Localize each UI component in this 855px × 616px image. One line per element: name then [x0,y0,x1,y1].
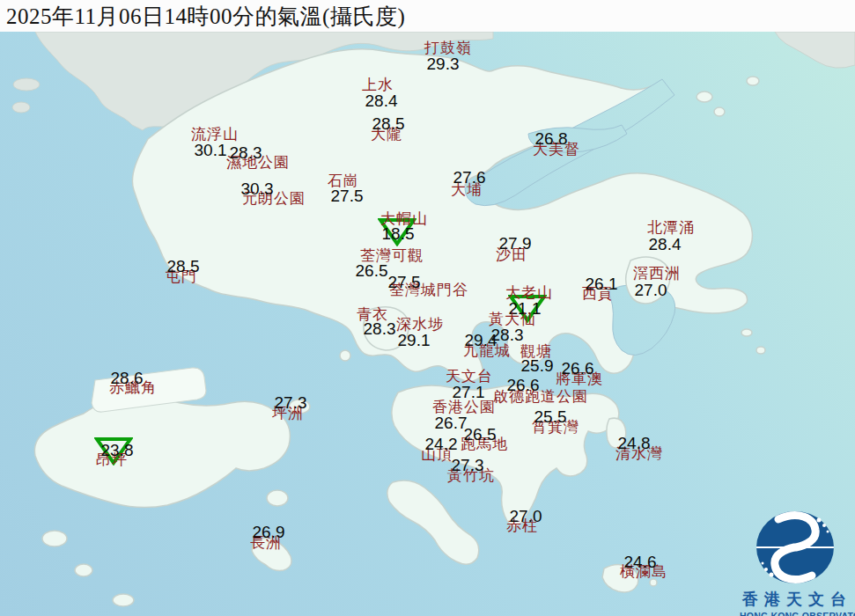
island-deep-bay-1 [13,78,40,91]
station-temperature: 25.5 [534,408,567,425]
hko-logo-icon [740,509,855,584]
station-temperature: 29.1 [398,332,431,348]
hko-logo: 香港天文台 HONG KONG OBSERVATORY [740,509,855,616]
station-temperature: 26.6 [562,360,594,377]
station-temperature: 30.3 [241,180,274,197]
island-mirs-bay-2 [714,107,725,116]
station-temperature: 29.3 [427,55,460,72]
station-temperature: 27.5 [388,274,421,290]
station-temperature: 29.4 [465,332,498,348]
station-temperature: 27.0 [510,508,542,524]
station-temperature: 26.6 [507,377,540,393]
island-soko-2 [75,564,92,576]
station-temperature: 18.5 [382,225,415,242]
island-soko-3 [113,594,134,606]
station-temperature: 28.4 [365,92,398,109]
island-deep-bay-2 [12,102,30,113]
station-temperature: 24.6 [624,554,657,570]
station-temperature: 27.0 [635,282,667,298]
station-temperature: 26.8 [535,130,568,147]
station-temperature: 25.9 [521,357,554,374]
station-temperature: 28.3 [364,320,396,337]
island-mirs-bay-1 [697,92,712,102]
station-temperature: 26.5 [464,426,497,443]
island-hei-ling-chau [267,490,288,506]
station-temperature: 26.7 [435,414,468,431]
map-title: 2025年11月06日14時00分的氣溫(攝氏度) [6,4,405,28]
island-mirs-bay-3 [747,77,759,85]
station-temperature: 27.6 [453,169,486,186]
station-temperature: 30.1 [195,142,227,158]
station-temperature: 26.9 [253,524,285,540]
island-ma-wan [340,350,350,361]
station-temperature: 24.8 [618,435,651,451]
station-temperature: 27.3 [275,394,307,411]
station-temperature: 27.3 [452,457,484,473]
station-temperature: 27.9 [499,235,532,252]
island-soko-1 [42,531,67,546]
station-temperature: 28.5 [372,115,405,132]
island-ninepin-2 [756,347,765,354]
hko-logo-chinese: 香港天文台 [740,589,855,610]
hko-regional-temperature-map: 2025年11月06日14時00分的氣溫(攝氏度) 打鼓嶺29.3上水28.4大… [0,0,855,616]
station-temperature: 23.8 [101,442,134,458]
hko-logo-english: HONG KONG OBSERVATORY [740,611,855,616]
title-bar: 2025年11月06日14時00分的氣溫(攝氏度) [0,0,855,32]
station-temperature: 28.3 [230,144,262,161]
station-temperature: 28.6 [111,370,144,386]
station-temperature: 26.5 [356,262,388,279]
station-name: 北潭涌 [647,220,695,237]
station-temperature: 26.1 [586,275,618,292]
station-temperature: 24.2 [425,436,458,452]
island-ninepin-1 [741,329,752,336]
station-temperature: 28.5 [167,258,200,275]
station-temperature: 28.4 [649,236,682,253]
station-name: 滘西洲 [633,266,681,282]
station-temperature: 27.5 [331,187,364,204]
hong-kong-map [0,0,855,616]
